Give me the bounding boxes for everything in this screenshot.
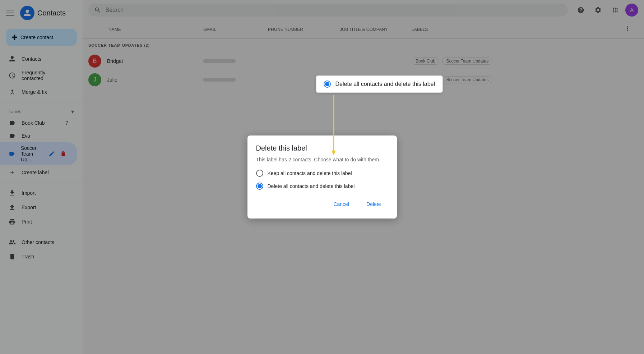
dialog-title: Delete this label — [256, 144, 388, 152]
radio-option-keep[interactable]: Keep all contacts and delete this label — [256, 170, 388, 177]
radio-delete-circle — [256, 183, 263, 190]
radio-option-delete-all[interactable]: Delete all contacts and delete this labe… — [256, 183, 388, 190]
delete-button[interactable]: Delete — [359, 198, 388, 210]
radio-keep-circle — [256, 170, 263, 177]
delete-label-dialog: Delete this label This label has 2 conta… — [247, 135, 397, 219]
dialog-actions: Cancel Delete — [256, 198, 388, 210]
dialog-body: This label has 2 contacts. Choose what t… — [256, 157, 388, 162]
radio-group: Keep all contacts and delete this label … — [256, 170, 388, 190]
cancel-button[interactable]: Cancel — [326, 198, 356, 210]
radio-delete-label: Delete all contacts and delete this labe… — [268, 183, 355, 189]
dialog-overlay: Delete this label This label has 2 conta… — [0, 0, 644, 354]
radio-keep-label: Keep all contacts and delete this label — [268, 170, 352, 176]
